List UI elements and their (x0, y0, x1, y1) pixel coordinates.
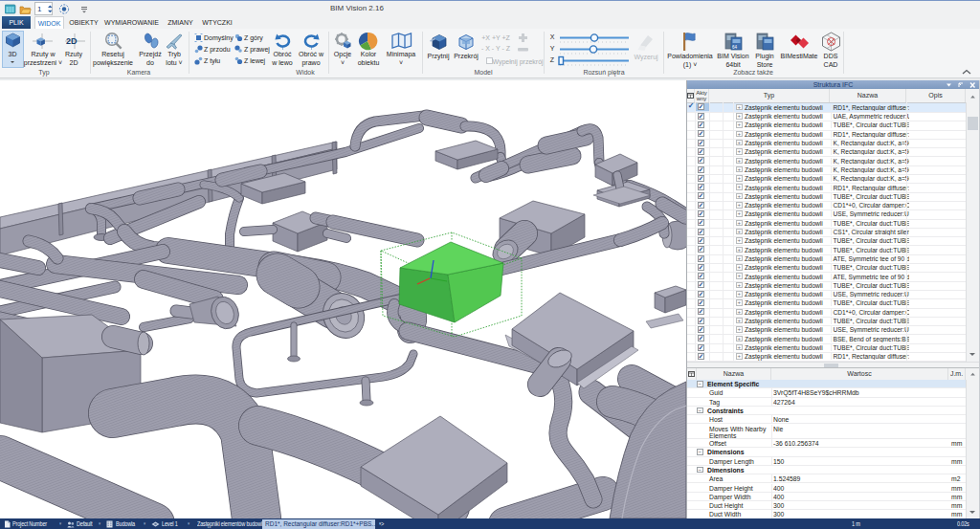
svg-text:2D: 2D (66, 36, 78, 46)
svg-text:64: 64 (732, 45, 738, 50)
